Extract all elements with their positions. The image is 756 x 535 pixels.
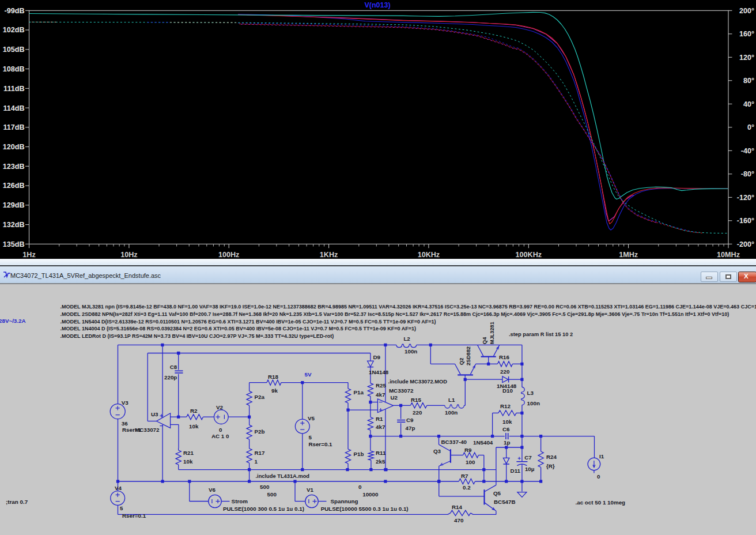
svg-text:V3: V3 [122,400,129,406]
svg-text:1: 1 [255,458,258,465]
svg-text:R1: R1 [376,416,383,422]
svg-text:1N4148: 1N4148 [369,369,389,375]
svg-text:U2: U2 [391,394,398,401]
svg-text:1N5404: 1N5404 [473,439,493,446]
svg-text:Rser=0.1: Rser=0.1 [122,513,146,519]
svg-text:200°: 200° [739,7,754,15]
svg-text:100: 100 [466,459,475,465]
svg-text:102dB: 102dB [3,26,25,34]
svg-text:10k: 10k [183,458,193,465]
svg-text:129dB: 129dB [3,201,25,209]
svg-text:R11: R11 [376,450,386,456]
svg-text:220: 220 [413,409,422,416]
svg-text:100KHz: 100KHz [516,251,542,259]
svg-text:MJL3281: MJL3281 [489,322,495,344]
svg-text:100n: 100n [527,400,540,406]
svg-text:4k7: 4k7 [376,424,385,430]
svg-text:120°: 120° [739,54,754,62]
svg-text:-40°: -40° [741,147,754,155]
svg-text:5: 5 [120,505,123,511]
svg-text:120dB: 120dB [3,143,25,151]
svg-text:10000: 10000 [362,491,379,498]
svg-text:108dB: 108dB [3,65,25,73]
svg-text:4k7: 4k7 [376,391,385,398]
svg-text:R21: R21 [183,450,194,456]
svg-text:R12: R12 [500,403,511,409]
svg-text:-160°: -160° [737,217,754,225]
svg-text:R14: R14 [452,504,463,510]
svg-text:V5: V5 [308,415,315,421]
svg-text:2SD882: 2SD882 [466,346,471,366]
svg-text:.ac oct 50 1 10meg: .ac oct 50 1 10meg [576,499,626,506]
svg-text:.MODEL 2SD882 NPN(Is=282f Xti=: .MODEL 2SD882 NPN(Is=282f Xti=3 Eg=1.11 … [61,311,729,317]
svg-text:-120°: -120° [737,194,754,202]
svg-text:P2b: P2b [255,428,265,435]
svg-text:1p: 1p [504,439,510,446]
svg-text:100Hz: 100Hz [218,251,239,259]
svg-text:9k: 9k [271,387,278,394]
svg-text:40°: 40° [743,100,754,108]
svg-text:28V~/3.2A: 28V~/3.2A [0,318,26,324]
svg-text:-99dB: -99dB [5,7,25,15]
svg-text:U3: U3 [151,411,158,417]
svg-text:PULSE(10000 5500 0.3 1u 1u 0.1: PULSE(10000 5500 0.3 1u 1u 0.1) [321,506,409,512]
svg-text:10MHz: 10MHz [717,251,740,259]
svg-text:117dB: 117dB [3,123,24,131]
svg-text:P1a: P1a [354,389,364,395]
svg-text:0: 0 [219,427,222,433]
svg-text:10k: 10k [502,419,512,425]
svg-text:10Hz: 10Hz [120,251,137,259]
svg-text:100n: 100n [405,348,417,355]
svg-text:10k: 10k [189,423,199,429]
svg-text:-80°: -80° [741,170,754,178]
svg-text:.include MC33072.MOD: .include MC33072.MOD [388,379,448,385]
svg-text:160°: 160° [739,30,754,38]
svg-text:10µ: 10µ [525,466,535,472]
svg-text:.MODEL MJL3281 npn (IS=9.8145e: .MODEL MJL3281 npn (IS=9.8145e-12 BF=438… [61,304,756,310]
svg-text:V2: V2 [216,404,224,410]
svg-text:500: 500 [260,484,270,490]
svg-text:10KHz: 10KHz [418,251,440,259]
svg-text:MC33072: MC33072 [135,427,160,433]
svg-text:132dB: 132dB [3,221,25,229]
svg-text:R15: R15 [411,397,422,403]
svg-text:L1: L1 [448,397,455,403]
svg-text:111dB: 111dB [3,85,24,93]
svg-text:.MODEL 1N4004 D (IS=5.31656e-0: .MODEL 1N4004 D (IS=5.31656e-08 RS=0.039… [61,326,416,331]
svg-text:.include TL431A.mod: .include TL431A.mod [256,473,310,479]
svg-text:BC547B: BC547B [494,499,516,505]
svg-text:Q2: Q2 [459,358,464,365]
svg-text:P2a: P2a [255,394,265,400]
svg-text:D9: D9 [373,354,381,360]
svg-text:R17: R17 [255,450,266,456]
svg-text:0: 0 [597,473,600,480]
svg-text:126dB: 126dB [3,182,25,190]
svg-text:P1b: P1b [354,451,364,457]
svg-text:0°: 0° [747,123,754,131]
svg-text:Q3: Q3 [433,448,441,454]
svg-text:V6: V6 [209,487,216,493]
svg-text:;tran 0.7: ;tran 0.7 [6,499,28,505]
svg-text:5: 5 [308,434,312,440]
svg-text:R25: R25 [376,382,387,389]
svg-text:{R}: {R} [546,463,555,469]
svg-text:-200°: -200° [737,240,754,248]
svg-text:80°: 80° [743,77,754,85]
svg-text:5V: 5V [305,371,312,378]
svg-text:C9: C9 [406,417,414,423]
svg-text:47p: 47p [406,425,415,431]
svg-text:R24: R24 [546,454,557,460]
svg-text:135dB: 135dB [3,240,25,248]
svg-text:V1: V1 [307,487,314,493]
svg-text:C6: C6 [502,426,510,432]
svg-text:500: 500 [267,491,277,498]
svg-text:114dB: 114dB [3,104,24,112]
svg-text:Q5: Q5 [493,490,501,496]
svg-text:Spannung: Spannung [331,498,358,504]
svg-text:MC33072: MC33072 [389,387,414,394]
svg-text:0.2: 0.2 [463,484,471,491]
svg-text:36: 36 [122,420,128,427]
svg-text:.MODEL LEDRot D (IS=93.1P RS=4: .MODEL LEDRot D (IS=93.1P RS=42M N=3.73 … [61,333,334,339]
svg-text:.MODEL 1N5404 D(IS=2.61339e-12: .MODEL 1N5404 D(IS=2.61339e-12 RS=0.0110… [61,319,436,325]
svg-text:V(n013): V(n013) [364,1,390,9]
